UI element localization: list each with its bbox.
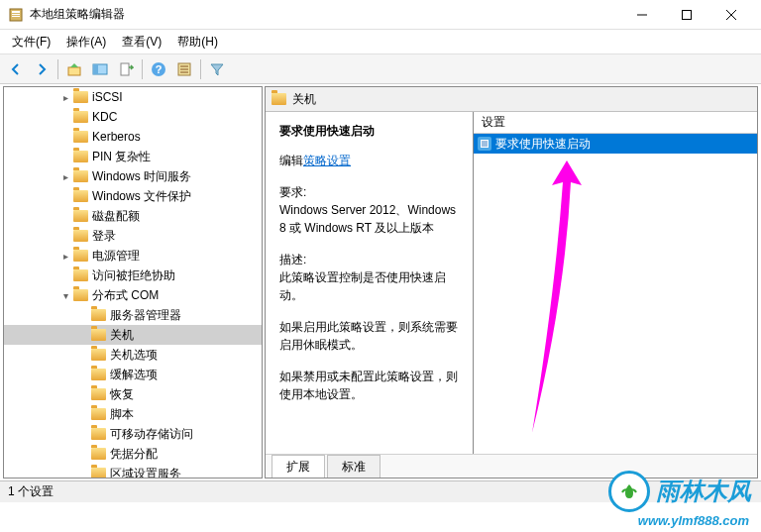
menu-action[interactable]: 操作(A) <box>58 31 114 53</box>
description-text-3: 如果禁用或未配置此策略设置，则使用本地设置。 <box>279 368 459 403</box>
requirements-text: Windows Server 2012、Windows 8 或 Windows … <box>279 201 459 237</box>
policy-icon <box>478 137 491 151</box>
tree-item-label: 脚本 <box>110 406 134 423</box>
detail-pane: 要求使用快速启动 编辑策略设置 要求: Windows Server 2012、… <box>266 112 474 454</box>
tree-item[interactable]: Windows 文件保护 <box>4 186 262 206</box>
expand-icon[interactable]: ▸ <box>57 171 73 182</box>
help-button[interactable]: ? <box>147 57 170 81</box>
tree-item-label: Windows 时间服务 <box>92 168 191 185</box>
content-header: 关机 <box>266 87 757 112</box>
description-section: 描述: 此策略设置控制是否使用快速启动。 <box>279 251 459 304</box>
folder-icon <box>73 289 88 301</box>
tree-panel[interactable]: ▸iSCSIKDCKerberosPIN 复杂性▸Windows 时间服务Win… <box>3 86 263 479</box>
properties-button[interactable] <box>172 57 196 81</box>
tree-item[interactable]: 访问被拒绝协助 <box>4 266 262 285</box>
separator <box>200 59 201 79</box>
tree-item-label: Kerberos <box>92 130 141 144</box>
tree-item[interactable]: 可移动存储访问 <box>4 424 262 444</box>
expand-icon[interactable]: ▸ <box>57 251 73 262</box>
list-item-label: 要求使用快速启动 <box>495 136 591 153</box>
separator <box>57 59 58 79</box>
tree-item-label: 服务器管理器 <box>110 307 181 324</box>
edit-policy-link[interactable]: 策略设置 <box>303 154 351 167</box>
tree-item[interactable]: ▸Windows 时间服务 <box>4 166 262 186</box>
svg-rect-5 <box>682 10 691 19</box>
tree-item[interactable]: 脚本 <box>4 404 262 424</box>
folder-icon <box>91 388 106 400</box>
folder-icon <box>91 448 106 460</box>
tree-item[interactable]: 登录 <box>4 226 262 246</box>
back-button[interactable] <box>4 57 28 81</box>
tab-standard[interactable]: 标准 <box>327 455 380 479</box>
close-button[interactable] <box>708 0 753 29</box>
show-hide-button[interactable] <box>88 57 112 81</box>
requirements-section: 要求: Windows Server 2012、Windows 8 或 Wind… <box>279 183 459 237</box>
tree-item[interactable]: 恢复 <box>4 384 262 404</box>
tree-item[interactable]: 缓解选项 <box>4 365 262 384</box>
policy-title: 要求使用快速启动 <box>279 122 459 140</box>
forward-button[interactable] <box>30 57 54 81</box>
tree-item[interactable]: 关机选项 <box>4 345 262 365</box>
minimize-button[interactable] <box>619 0 664 29</box>
maximize-button[interactable] <box>664 0 708 29</box>
tree-item-label: 区域设置服务 <box>110 466 181 479</box>
svg-rect-1 <box>12 11 20 13</box>
tree-item-label: 恢复 <box>110 386 134 403</box>
tree-item[interactable]: KDC <box>4 107 262 127</box>
toolbar: ? <box>0 54 761 84</box>
expand-icon[interactable]: ▸ <box>57 92 73 103</box>
up-button[interactable] <box>62 57 86 81</box>
svg-rect-8 <box>68 67 80 75</box>
folder-icon <box>73 269 88 281</box>
tree-item-label: KDC <box>92 110 117 124</box>
tree-item-label: 关机选项 <box>110 347 158 364</box>
filter-button[interactable] <box>205 57 229 81</box>
svg-rect-11 <box>121 63 129 75</box>
folder-icon <box>73 151 88 162</box>
tree-item-label: 磁盘配额 <box>92 208 140 225</box>
tree-item[interactable]: Kerberos <box>4 127 262 147</box>
tree-item[interactable]: 磁盘配额 <box>4 206 262 226</box>
folder-icon <box>73 190 88 202</box>
watermark-brand: 雨林木风 <box>656 476 751 507</box>
folder-icon <box>272 93 286 105</box>
list-column-header[interactable]: 设置 <box>474 112 757 134</box>
edit-policy-link-row: 编辑策略设置 <box>279 152 459 169</box>
tree-item[interactable]: ▾分布式 COM <box>4 285 262 305</box>
menu-help[interactable]: 帮助(H) <box>169 31 226 53</box>
menu-file[interactable]: 文件(F) <box>4 31 58 53</box>
tree-item-label: 分布式 COM <box>92 287 159 304</box>
folder-icon <box>91 468 106 479</box>
export-button[interactable] <box>114 57 138 81</box>
folder-icon <box>91 309 106 321</box>
tree-item[interactable]: 关机 <box>4 325 262 345</box>
tree-item[interactable]: ▸iSCSI <box>4 87 262 107</box>
menubar: 文件(F) 操作(A) 查看(V) 帮助(H) <box>0 30 761 54</box>
tree-item[interactable]: 凭据分配 <box>4 444 262 464</box>
svg-rect-3 <box>12 16 20 17</box>
menu-view[interactable]: 查看(V) <box>114 31 169 53</box>
separator <box>142 59 143 79</box>
tree-item[interactable]: PIN 复杂性 <box>4 147 262 166</box>
folder-icon <box>73 131 88 143</box>
tree-item[interactable]: 服务器管理器 <box>4 305 262 325</box>
titlebar: 本地组策略编辑器 <box>0 0 761 30</box>
tab-extended[interactable]: 扩展 <box>272 455 325 479</box>
tree-item-label: Windows 文件保护 <box>92 188 191 205</box>
watermark-url: www.ylmf888.com <box>638 513 749 528</box>
content-title: 关机 <box>292 91 316 108</box>
tree-item[interactable]: 区域设置服务 <box>4 464 262 479</box>
tree-item-label: 关机 <box>110 327 134 344</box>
window-controls <box>619 0 753 29</box>
folder-icon <box>91 329 106 341</box>
collapse-icon[interactable]: ▾ <box>57 290 73 301</box>
edit-label: 编辑 <box>279 154 303 167</box>
app-icon <box>8 7 24 23</box>
svg-text:?: ? <box>156 63 163 75</box>
tree-item[interactable]: ▸电源管理 <box>4 246 262 266</box>
main-area: ▸iSCSIKDCKerberosPIN 复杂性▸Windows 时间服务Win… <box>0 84 761 480</box>
list-item-selected[interactable]: 要求使用快速启动 <box>474 134 757 154</box>
folder-icon <box>91 408 106 420</box>
tree-item-label: 登录 <box>92 228 116 245</box>
folder-icon <box>73 111 88 123</box>
